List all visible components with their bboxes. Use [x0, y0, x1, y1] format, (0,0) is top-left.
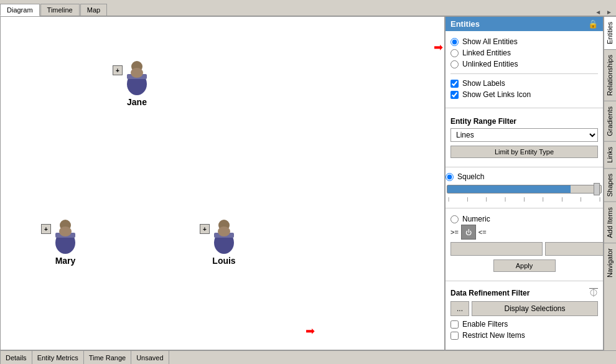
checkbox-show-links[interactable] — [450, 91, 459, 99]
option-show-links[interactable]: Show Get Links Icon — [450, 90, 598, 99]
top-tabs-controls: ◄ ► — [594, 9, 616, 16]
entity-range-dropdown[interactable]: Lines Points Areas — [450, 128, 598, 142]
tab-details[interactable]: Details — [0, 351, 32, 364]
radio-unlinked[interactable] — [450, 60, 459, 68]
radio-show-all[interactable] — [450, 38, 459, 46]
option-unlinked[interactable]: Unlinked Entities — [450, 60, 598, 68]
numeric-right-input[interactable] — [545, 242, 604, 256]
radio-numeric[interactable] — [450, 215, 459, 223]
numeric-inputs — [450, 241, 598, 257]
main-content: + Jane + Mary — [0, 16, 616, 350]
option-show-labels[interactable]: Show Labels — [450, 79, 598, 88]
divider-5 — [446, 281, 603, 281]
divider-4 — [446, 208, 603, 208]
vtab-links[interactable]: Links — [604, 141, 616, 168]
expand-btn-jane[interactable]: + — [113, 65, 123, 75]
entity-label-louis: Louis — [209, 256, 239, 266]
svg-point-11 — [218, 226, 230, 236]
refinement-label: Data Refinement Filter — [450, 286, 530, 299]
numeric-section: Numeric >= ⏻ <= Apply — [446, 211, 603, 278]
radio-linked[interactable] — [450, 49, 459, 57]
entity-range-section: Entity Range Filter Lines Points Areas L… — [446, 111, 603, 164]
bottom-tab-bar: Details Entity Metrics Time Range Unsave… — [0, 350, 616, 364]
radio-squelch[interactable] — [446, 173, 454, 181]
tab-timeline[interactable]: Timeline — [40, 4, 80, 16]
slider-ticks: | | | | | | | | | — [446, 196, 603, 202]
tab-entity-metrics[interactable]: Entity Metrics — [32, 351, 84, 364]
limit-by-entity-type-button[interactable]: Limit by Entity Type — [450, 146, 598, 158]
diagram-area[interactable]: + Jane + Mary — [0, 16, 445, 350]
lte-label: <= — [478, 228, 487, 236]
vtab-navigator[interactable]: Navigator — [604, 243, 616, 282]
numeric-left-input[interactable] — [450, 242, 543, 256]
vtab-gradients[interactable]: Gradients — [604, 101, 616, 141]
tab-time-range[interactable]: Time Range — [84, 351, 132, 364]
red-arrow-top: ➡ — [434, 40, 443, 54]
filter-icon: ⏁ — [589, 287, 598, 297]
entity-range-label: Entity Range Filter — [450, 114, 598, 127]
squelch-slider-track[interactable] — [447, 185, 602, 194]
vtab-shapes[interactable]: Shapes — [604, 168, 616, 202]
top-tab-bar: Diagram Timeline Map ◄ ► — [0, 0, 616, 16]
divider-1 — [450, 73, 598, 74]
person-icon-louis — [209, 219, 239, 254]
checkbox-restrict-new[interactable] — [450, 332, 459, 340]
entity-node-louis[interactable]: + Louis — [209, 219, 239, 266]
expand-btn-mary[interactable]: + — [41, 224, 51, 234]
option-linked[interactable]: Linked Entities — [450, 49, 598, 57]
person-icon-mary — [50, 219, 80, 254]
red-arrow-bottom: ➡ — [306, 324, 315, 338]
dots-button[interactable]: ... — [450, 301, 469, 316]
person-icon-jane — [122, 60, 152, 95]
expand-btn-louis[interactable]: + — [200, 224, 210, 234]
checkbox-enable-filters[interactable] — [450, 320, 459, 329]
numeric-option[interactable]: Numeric — [450, 215, 598, 223]
apply-button-row: Apply — [450, 257, 598, 274]
display-selections-button[interactable]: Display Selections — [472, 301, 598, 316]
power-button[interactable]: ⏻ — [461, 225, 476, 240]
right-panel: Entities 🔒 Show All Entities Linked Enti… — [445, 16, 616, 350]
divider-3 — [446, 167, 603, 167]
numeric-controls-row: >= ⏻ <= — [450, 223, 598, 241]
checkbox-show-labels[interactable] — [450, 80, 459, 88]
refinement-buttons: ... Display Selections — [450, 301, 598, 316]
vtab-entities[interactable]: Entities — [604, 16, 616, 49]
entity-node-mary[interactable]: + Mary — [50, 219, 80, 266]
vtab-relationships[interactable]: Relationships — [604, 49, 616, 101]
gte-label: >= — [450, 228, 459, 236]
tab-diagram[interactable]: Diagram — [0, 4, 40, 16]
enable-filters-option[interactable]: Enable Filters — [450, 319, 598, 330]
data-refinement-section: Data Refinement Filter ⏁ ... Display Sel… — [446, 284, 603, 343]
svg-point-7 — [59, 226, 72, 236]
panel-title: Entities — [450, 19, 480, 29]
collapse-left-icon[interactable]: ◄ — [594, 9, 602, 16]
entity-node-jane[interactable]: + Jane — [122, 60, 152, 107]
apply-button[interactable]: Apply — [493, 259, 556, 272]
app-container: Diagram Timeline Map ◄ ► + Jane — [0, 0, 616, 364]
label-options: Show Labels Show Get Links Icon — [450, 77, 598, 101]
option-show-all[interactable]: Show All Entities — [450, 37, 598, 46]
restrict-new-items-option[interactable]: Restrict New Items — [450, 330, 598, 341]
svg-point-3 — [131, 68, 143, 78]
divider-2 — [446, 108, 603, 108]
vertical-tabs: Entities Relationships Gradients Links S… — [604, 16, 616, 350]
squelch-slider-container: | | | | | | | | | — [446, 181, 603, 203]
collapse-right-icon[interactable]: ► — [605, 9, 614, 16]
panel-header: Entities 🔒 — [446, 17, 603, 31]
entity-label-mary: Mary — [50, 256, 80, 266]
squelch-slider-thumb[interactable] — [594, 183, 600, 195]
refinement-header: Data Refinement Filter ⏁ — [450, 286, 598, 299]
squelch-option[interactable]: Squelch — [446, 172, 603, 181]
pin-icon: 🔒 — [588, 19, 598, 29]
entity-range-dropdown-row: Lines Points Areas — [450, 127, 598, 143]
entity-visibility-options: Show All Entities Linked Entities Unlink… — [450, 35, 598, 71]
entity-label-jane: Jane — [122, 97, 152, 107]
vtab-add-items[interactable]: Add Items — [604, 202, 616, 243]
panel-content: Entities 🔒 Show All Entities Linked Enti… — [445, 16, 604, 350]
squelch-section: Squelch | | | | | | | — [446, 170, 603, 205]
tab-unsaved[interactable]: Unsaved — [131, 351, 169, 364]
tab-map[interactable]: Map — [80, 4, 107, 16]
show-hide-section: Show All Entities Linked Entities Unlink… — [446, 31, 603, 105]
